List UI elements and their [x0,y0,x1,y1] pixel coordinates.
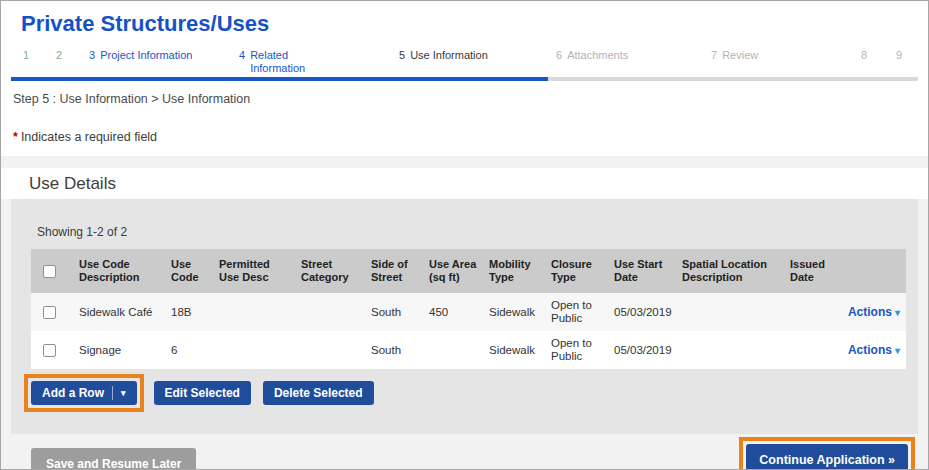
actions-column-header [839,249,906,293]
step-number: 8 [861,49,867,62]
cell-closure-type: Open to Public [545,331,608,369]
step-label: Related Information [250,49,320,75]
step-number: 2 [56,49,62,62]
table-header-row: Use Code Description Use Code Permitted … [31,249,906,293]
step-item-6-attachments: 6 Attachments [556,49,711,62]
row-checkbox[interactable] [43,344,56,357]
step-item-5-use-information: 5 Use Information [399,49,556,62]
select-all-checkbox[interactable] [43,265,56,278]
column-header: Side of Street [365,249,423,293]
column-header: Use Code Description [73,249,165,293]
step-item-1[interactable]: 1 [23,49,56,62]
cell-side-of-street: South [365,293,423,331]
required-note: *Indicates a required field [1,106,928,144]
cell-use-code: 6 [165,331,213,369]
step-number: 3 [89,49,95,62]
cell-issued-date [784,331,839,369]
table-actions-row: Add a Row ▾ Edit Selected Delete Selecte… [24,374,918,412]
column-header: Use Area (sq ft) [423,249,483,293]
cell-side-of-street: South [365,331,423,369]
save-resume-button[interactable]: Save and Resume Later [31,448,196,470]
required-asterisk: * [13,130,18,144]
cell-use-start-date: 05/03/2019 [608,331,676,369]
progress-fill [11,77,548,81]
cell-use-code-description: Sidewalk Café [73,293,165,331]
step-number: 4 [239,49,245,75]
row-checkbox[interactable] [43,306,56,319]
use-details-heading-band: Use Details [1,168,928,199]
use-details-table: Use Code Description Use Code Permitted … [31,249,906,369]
step-label: Review [722,49,758,62]
actions-cell: Actions▾ [839,331,906,369]
checkbox-cell [31,293,73,331]
actions-link[interactable]: Actions▾ [848,305,900,319]
spacer [1,156,928,168]
highlight-box: Add a Row ▾ [24,374,144,412]
chevron-down-icon: ▾ [121,388,126,398]
cell-use-code: 18B [165,293,213,331]
step-label: Attachments [567,49,628,62]
showing-count: Showing 1-2 of 2 [11,199,918,249]
table-row: Signage 6 South Sidewalk Open to Public … [31,331,906,369]
cell-street-category [295,293,365,331]
bottom-action-bar: Save and Resume Later Continue Applicati… [1,434,928,470]
step-label: Use Information [410,49,488,62]
button-divider [112,386,113,400]
step-item-7-review: 7 Review [711,49,861,62]
cell-use-code-description: Signage [73,331,165,369]
continue-application-button[interactable]: Continue Application » [746,444,908,470]
step-number: 7 [711,49,717,62]
edit-selected-button[interactable]: Edit Selected [154,381,251,405]
table-row: Sidewalk Café 18B South 450 Sidewalk Ope… [31,293,906,331]
column-header: Street Category [295,249,365,293]
cell-use-area: 450 [423,293,483,331]
column-header: Use Start Date [608,249,676,293]
column-header: Mobility Type [483,249,545,293]
cell-permitted-use-desc [213,293,295,331]
select-all-header [31,249,73,293]
page-header: Private Structures/Uses 1 2 3 Project In… [1,1,928,156]
cell-street-category [295,331,365,369]
add-row-split-button: Add a Row ▾ [31,381,137,405]
column-header: Use Code [165,249,213,293]
page-title: Private Structures/Uses [1,1,928,45]
actions-link[interactable]: Actions▾ [848,343,900,357]
progress-bar [11,77,918,81]
chevron-down-icon: ▾ [895,307,900,318]
cell-closure-type: Open to Public [545,293,608,331]
step-label: Project Information [100,49,192,62]
add-row-dropdown-button[interactable]: ▾ [121,389,126,398]
breadcrumb: Step 5 : Use Information > Use Informati… [1,81,928,106]
checkbox-cell [31,331,73,369]
step-item-9: 9 [896,49,918,62]
column-header: Permitted Use Desc [213,249,295,293]
step-number: 1 [23,49,29,62]
actions-cell: Actions▾ [839,293,906,331]
application-window: Private Structures/Uses 1 2 3 Project In… [0,0,929,470]
cell-mobility-type: Sidewalk [483,293,545,331]
column-header: Issued Date [784,249,839,293]
add-row-button[interactable]: Add a Row [42,386,104,400]
cell-use-area [423,331,483,369]
step-item-8: 8 [861,49,896,62]
section-heading: Use Details [29,174,116,194]
cell-spatial-location [676,293,784,331]
step-number: 9 [896,49,902,62]
cell-spatial-location [676,331,784,369]
use-details-panel: Showing 1-2 of 2 Use Code Description Us… [11,199,918,434]
required-text: Indicates a required field [21,130,157,144]
column-header: Spatial Location Description [676,249,784,293]
step-number: 6 [556,49,562,62]
cell-issued-date [784,293,839,331]
step-item-2[interactable]: 2 [56,49,89,62]
cell-permitted-use-desc [213,331,295,369]
column-header: Closure Type [545,249,608,293]
delete-selected-button[interactable]: Delete Selected [263,381,374,405]
step-item-4-related-information[interactable]: 4 Related Information [239,49,399,75]
step-number: 5 [399,49,405,62]
step-item-3-project-information[interactable]: 3 Project Information [89,49,239,62]
highlight-box: Continue Application » [739,437,915,470]
chevron-down-icon: ▾ [895,345,900,356]
cell-use-start-date: 05/03/2019 [608,293,676,331]
step-navigation: 1 2 3 Project Information 4 Related Info… [11,49,918,76]
